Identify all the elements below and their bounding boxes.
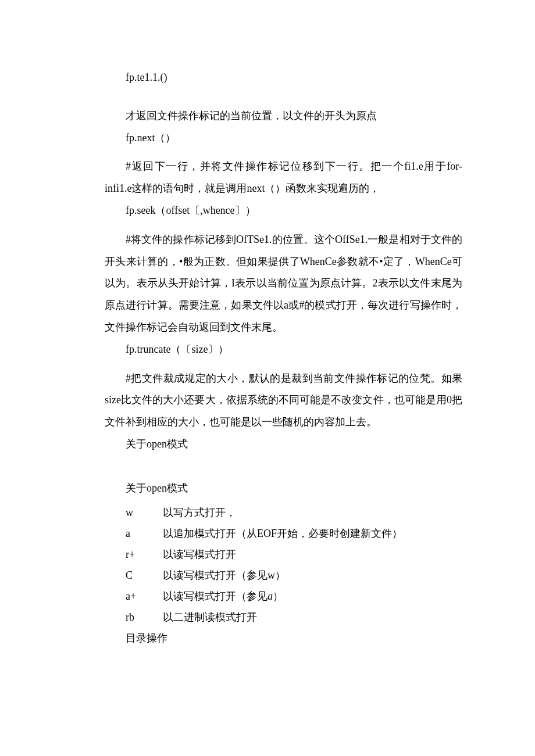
- mode-desc: 以二进制读模式打开: [163, 607, 462, 628]
- mode-desc-em: a: [268, 590, 273, 602]
- mode-row-c: C 以读写模式打开（参见w）: [105, 565, 462, 586]
- text-seek-desc: #将文件的操作标记移到OfTSe1.的位置。这个OffSe1.一般是相对于文件的…: [105, 229, 462, 339]
- para-truncate-desc-group: #把文件裁成规定的大小，默认的是裁到当前文件操作标记的位梵。如果size比文件的…: [105, 368, 462, 456]
- mode-row-w: w 以写方式打开，: [105, 502, 462, 523]
- code-line-fp-next: fp.next（）: [105, 127, 462, 149]
- mode-row-a: a 以追加模式打开（从EOF开始，必要时创建新文件）: [105, 523, 462, 544]
- text-truncate-desc: #把文件裁成规定的大小，默认的是裁到当前文件操作标记的位梵。如果size比文件的…: [105, 368, 462, 433]
- code-line-fp-tell: fp.te1.1.(): [105, 67, 462, 89]
- mode-row-rb: rb 以二进制读模式打开: [105, 607, 462, 628]
- para-seek-desc-group: #将文件的操作标记移到OfTSe1.的位置。这个OffSe1.一般是相对于文件的…: [105, 229, 462, 361]
- mode-desc: 以读写模式打开（参见a）: [163, 586, 462, 607]
- code-line-fp-seek: fp.seek（offset〔,whence〕）: [105, 200, 462, 222]
- mode-key: a+: [126, 586, 163, 607]
- mode-key: rb: [126, 607, 163, 628]
- mode-row-aplus: a+ 以读写模式打开（参见a）: [105, 586, 462, 607]
- mode-desc: 以读写模式打开（参见w）: [163, 565, 462, 586]
- mode-desc-suffix: ）: [273, 590, 283, 602]
- mode-desc-prefix: 以读写模式打开（参见: [163, 590, 268, 602]
- mode-key: r+: [126, 544, 163, 565]
- para-next-desc-group: #返回下一行，并将文件操作标记位移到下一行。把一个fi1.e用于for-infi…: [105, 156, 462, 221]
- mode-desc: 以写方式打开，: [163, 502, 462, 523]
- mode-row-rplus: r+ 以读写模式打开: [105, 544, 462, 565]
- text-tell-desc: 才返回文件操作标记的当前位置，以文件的开头为原点: [105, 105, 462, 127]
- code-line-fp-truncate: fp.truncate（〔size〕）: [105, 339, 462, 361]
- heading-open-mode-1: 关于open模式: [105, 433, 462, 456]
- heading-directory-ops: 目录操作: [105, 628, 462, 650]
- open-modes-section: 关于open模式 w 以写方式打开， a 以追加模式打开（从EOF开始，必要时创…: [105, 478, 462, 628]
- text-next-desc: #返回下一行，并将文件操作标记位移到下一行。把一个fi1.e用于for-infi…: [105, 156, 462, 200]
- para-tell-desc-group: 才返回文件操作标记的当前位置，以文件的开头为原点 fp.next（）: [105, 105, 462, 149]
- mode-desc: 以读写模式打开: [163, 544, 462, 565]
- mode-key: w: [126, 502, 163, 523]
- mode-desc: 以追加模式打开（从EOF开始，必要时创建新文件）: [163, 523, 462, 544]
- mode-key: a: [126, 523, 163, 544]
- mode-key: C: [126, 565, 163, 586]
- heading-open-mode-2: 关于open模式: [105, 478, 462, 500]
- document-page: fp.te1.1.() 才返回文件操作标记的当前位置，以文件的开头为原点 fp.…: [0, 0, 535, 756]
